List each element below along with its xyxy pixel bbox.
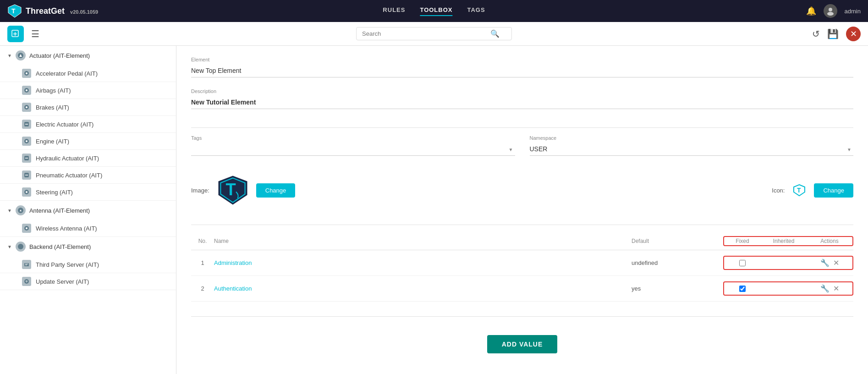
sidebar-group-header-backend[interactable]: ▼ Backend (AIT-Element) bbox=[0, 237, 176, 256]
sidebar-item-label-electric: Electric Actuator (AIT) bbox=[36, 121, 93, 128]
second-bar-right: ↺ 💾 ✕ bbox=[812, 27, 861, 41]
main-content: Element Description New Tutorial Element… bbox=[176, 46, 868, 374]
sidebar-item-brakes[interactable]: Brakes (AIT) bbox=[0, 99, 176, 116]
search-input[interactable] bbox=[362, 30, 490, 37]
row2-fixed-cell bbox=[724, 284, 761, 293]
tags-select[interactable] bbox=[191, 143, 515, 156]
top-nav: T ThreatGet v20.05.1059 RULES TOOLBOX TA… bbox=[0, 0, 868, 22]
svg-point-27 bbox=[18, 244, 23, 249]
row2-fixed-checkbox[interactable] bbox=[739, 286, 746, 292]
row1-delete-icon[interactable]: ✕ bbox=[833, 258, 839, 267]
description-label: Description bbox=[191, 88, 853, 94]
refresh-icon[interactable]: ↺ bbox=[812, 28, 820, 39]
namespace-select[interactable]: USER bbox=[530, 143, 854, 156]
row1-wrench-icon[interactable]: 🔧 bbox=[820, 258, 830, 267]
icon-preview: T bbox=[792, 183, 807, 198]
actuator-group-icon bbox=[16, 50, 26, 60]
col-header-fixed: Fixed bbox=[724, 238, 761, 244]
sidebar-item-hydraulic[interactable]: Hydraulic Actuator (AIT) bbox=[0, 150, 176, 167]
sidebar-group-actuator: ▼ Actuator (AIT-Element) Accelerator Ped… bbox=[0, 46, 176, 201]
row1-inherited-cell bbox=[761, 258, 807, 267]
description-value: New Tutorial Element bbox=[191, 96, 853, 109]
sidebar-item-label-pneumatic: Pneumatic Actuator (AIT) bbox=[36, 172, 102, 179]
search-container: 🔍 bbox=[356, 27, 512, 40]
layout: ▼ Actuator (AIT-Element) Accelerator Ped… bbox=[0, 46, 868, 374]
tags-field: Tags bbox=[191, 135, 515, 156]
row2-name[interactable]: Authentication bbox=[214, 285, 632, 292]
backend-group-label: Backend (AIT-Element) bbox=[29, 243, 91, 250]
table-row: 2 Authentication yes 🔧 ✕ bbox=[191, 276, 853, 302]
sidebar-item-electric-actuator[interactable]: Electric Actuator (AIT) bbox=[0, 116, 176, 133]
row1-default: undefined bbox=[632, 259, 723, 266]
antenna-group-label: Antenna (AIT-Element) bbox=[29, 207, 90, 214]
sidebar-group-header-antenna[interactable]: ▼ Antenna (AIT-Element) bbox=[0, 201, 176, 220]
sidebar-item-engine[interactable]: Engine (AIT) bbox=[0, 133, 176, 150]
sidebar-item-label-steering: Steering (AIT) bbox=[36, 189, 73, 196]
app-name: ThreatGet bbox=[26, 6, 65, 16]
row2-default: yes bbox=[632, 285, 723, 292]
menu-icon[interactable]: ☰ bbox=[31, 28, 39, 39]
col-header-no: No. bbox=[191, 238, 214, 244]
col-header-actions: Actions bbox=[807, 238, 852, 244]
item-icon-electric bbox=[22, 120, 31, 129]
svg-text:T: T bbox=[225, 180, 236, 199]
sidebar-item-label-hydraulic: Hydraulic Actuator (AIT) bbox=[36, 155, 99, 162]
table-row: 1 Administration undefined 🔧 ✕ bbox=[191, 250, 853, 276]
sidebar-item-label-accelerator: Accelerator Pedal (AIT) bbox=[36, 70, 98, 77]
svg-point-2 bbox=[829, 8, 832, 11]
sidebar-item-steering[interactable]: Steering (AIT) bbox=[0, 184, 176, 201]
image-preview: T bbox=[217, 174, 249, 206]
sidebar-item-label-third-party: Third Party Server (AIT) bbox=[36, 261, 99, 268]
sidebar-item-label-brakes: Brakes (AIT) bbox=[36, 104, 69, 111]
row1-actions: 🔧 ✕ bbox=[807, 258, 852, 267]
row2-wrench-icon[interactable]: 🔧 bbox=[820, 284, 830, 293]
svg-point-17 bbox=[26, 140, 27, 142]
add-value-section: ADD VALUE bbox=[191, 328, 853, 353]
close-button[interactable]: ✕ bbox=[846, 27, 861, 41]
tab-rules[interactable]: RULES bbox=[383, 6, 405, 16]
edit-icon-button[interactable] bbox=[7, 26, 24, 42]
element-input[interactable] bbox=[191, 64, 853, 77]
row1-fixed-cell bbox=[724, 258, 761, 267]
bell-icon[interactable]: 🔔 bbox=[806, 6, 816, 16]
sidebar-group-header-actuator[interactable]: ▼ Actuator (AIT-Element) bbox=[0, 46, 176, 65]
namespace-select-wrapper: USER bbox=[530, 143, 854, 156]
svg-point-3 bbox=[827, 12, 834, 16]
namespace-label: Namespace bbox=[530, 135, 854, 141]
sidebar-item-airbags[interactable]: Airbags (AIT) bbox=[0, 82, 176, 99]
sidebar-item-pneumatic[interactable]: Pneumatic Actuator (AIT) bbox=[0, 167, 176, 184]
item-icon-brakes bbox=[22, 103, 31, 112]
row2-delete-icon[interactable]: ✕ bbox=[833, 284, 839, 293]
top-nav-right: 🔔 admin bbox=[806, 4, 861, 18]
sidebar-item-update-server[interactable]: Update Server (AIT) bbox=[0, 273, 176, 290]
sidebar: ▼ Actuator (AIT-Element) Accelerator Ped… bbox=[0, 46, 176, 374]
row1-fixed-checkbox[interactable] bbox=[739, 260, 746, 266]
tab-tags[interactable]: TAGS bbox=[467, 6, 485, 16]
actuator-group-label: Actuator (AIT-Element) bbox=[29, 52, 90, 59]
icon-label: Icon: bbox=[772, 187, 785, 194]
sidebar-item-wireless-antenna[interactable]: Wireless Antenna (AIT) bbox=[0, 220, 176, 237]
item-icon-third-party bbox=[22, 260, 31, 269]
row2-actions: 🔧 ✕ bbox=[807, 284, 852, 293]
row1-name[interactable]: Administration bbox=[214, 259, 632, 266]
sidebar-group-antenna: ▼ Antenna (AIT-Element) Wireless Antenna… bbox=[0, 201, 176, 237]
table-header: No. Name Default Fixed Inherited Actions bbox=[191, 232, 853, 250]
image-label: Image: bbox=[191, 187, 209, 194]
change-image-button[interactable]: Change bbox=[256, 183, 296, 198]
sidebar-item-third-party[interactable]: Third Party Server (AIT) bbox=[0, 256, 176, 273]
save-icon[interactable]: 💾 bbox=[827, 28, 839, 39]
sidebar-item-accelerator[interactable]: Accelerator Pedal (AIT) bbox=[0, 65, 176, 82]
sidebar-item-label-wireless: Wireless Antenna (AIT) bbox=[36, 225, 97, 232]
row2-no: 2 bbox=[191, 285, 214, 292]
item-icon-airbags bbox=[22, 86, 31, 95]
app-logo: T ThreatGet v20.05.1059 bbox=[7, 4, 98, 18]
change-icon-button[interactable]: Change bbox=[814, 183, 853, 198]
tags-label: Tags bbox=[191, 135, 515, 141]
item-icon-steering bbox=[22, 187, 31, 197]
add-value-button[interactable]: ADD VALUE bbox=[487, 335, 558, 353]
tab-toolbox[interactable]: TOOLBOX bbox=[420, 6, 452, 16]
app-version: v20.05.1059 bbox=[70, 9, 98, 15]
user-avatar bbox=[824, 4, 837, 18]
col-header-inherited: Inherited bbox=[761, 238, 807, 244]
sidebar-group-backend: ▼ Backend (AIT-Element) Third Party Serv… bbox=[0, 237, 176, 290]
